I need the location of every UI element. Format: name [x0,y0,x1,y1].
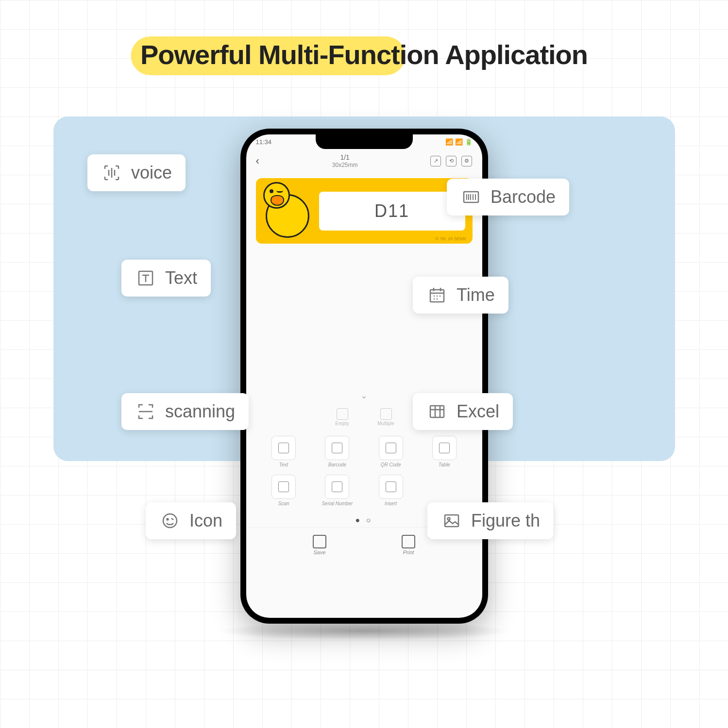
signal-icon: 📶 [445,138,453,146]
label-text[interactable]: D11 [319,192,465,231]
print-button[interactable]: Print [402,535,415,555]
grid-insert[interactable]: Insert [368,475,414,506]
text-icon [135,267,156,289]
callout-scanning-text: scanning [165,401,235,422]
callout-icon-text: Icon [189,511,222,531]
callout-figure-text: Figure th [471,511,540,531]
status-icons: 📶 📶 🔋 [445,138,473,146]
svg-rect-6 [445,515,458,527]
callout-icon: Icon [146,502,236,539]
settings-icon[interactable]: ⚙ [461,156,472,166]
save-button[interactable]: Save [313,535,326,555]
svg-rect-3 [430,406,444,417]
phone-shadow [219,621,510,641]
callout-excel: Excel [413,393,513,430]
rotate-icon[interactable]: ⟲ [446,156,457,166]
grid-table[interactable]: Table [421,436,467,467]
callout-time-text: Time [457,285,495,305]
table-icon [426,401,448,422]
app-header: ‹ 1/1 30x25mm ↗ ⟲ ⚙ [246,149,482,172]
grid-qr[interactable]: QR Code [368,436,414,467]
phone-notch [316,134,413,149]
page-counter: 1/1 [332,153,358,162]
callout-excel-text: Excel [457,401,499,422]
voice-icon [101,162,122,183]
status-time: 11:34 [256,138,272,146]
barcode-icon [460,186,482,208]
grid-barcode[interactable]: Barcode [314,436,360,467]
grid-text[interactable]: Text [261,436,307,467]
callout-text: Text [121,260,211,297]
callout-figure: Figure th [427,502,554,539]
callout-scanning: scanning [121,393,249,430]
callout-text-text: Text [165,268,197,288]
battery-icon: 🔋 [465,138,473,146]
title-text: Powerful Multi-Function Application [140,39,588,70]
duck-illustration [256,180,319,243]
callout-voice-text: voice [131,163,172,183]
grid-serial[interactable]: Serial Number [314,475,360,506]
tool-grid: Text Barcode QR Code Table Scan Serial N… [246,429,482,513]
page-title: Powerful Multi-Function Application [140,39,588,70]
callout-barcode-text: Barcode [491,187,556,207]
header-info: 1/1 30x25mm [332,153,358,168]
scan-icon [135,401,156,422]
wifi-icon: 📶 [455,138,463,146]
header-actions: ↗ ⟲ ⚙ [430,156,472,166]
image-icon [441,510,462,531]
tool-empty[interactable]: Empty [328,408,357,426]
svg-point-4 [163,514,177,528]
smiley-icon [159,510,181,531]
label-dimensions: 30x25mm [332,162,358,168]
calendar-icon [426,284,448,306]
callout-voice: voice [87,154,186,191]
grid-scan[interactable]: Scan [261,475,307,506]
callout-barcode: Barcode [447,179,569,215]
label-copyright: © '05, 20 SEMK [436,236,467,241]
tool-multiple[interactable]: Multiple [372,408,401,426]
svg-point-7 [448,518,450,520]
label-preview[interactable]: D11 © '05, 20 SEMK [256,178,473,244]
callout-time: Time [413,277,508,314]
share-icon[interactable]: ↗ [430,156,441,166]
back-button[interactable]: ‹ [256,155,259,167]
svg-point-5 [167,519,169,520]
